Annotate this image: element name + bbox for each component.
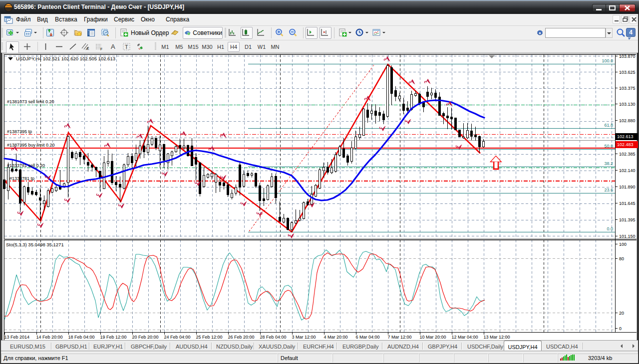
svg-text:80: 80 [619, 256, 624, 261]
svg-text:102.613: 102.613 [617, 134, 634, 139]
svg-text:103.130: 103.130 [619, 102, 636, 107]
svg-text:3 Mar 12:00: 3 Mar 12:00 [292, 335, 316, 340]
svg-text:101.645: 101.645 [619, 201, 636, 206]
svg-text:26 Feb 20:00: 26 Feb 20:00 [228, 335, 254, 340]
svg-text:T: T [125, 44, 128, 50]
svg-text:50.0: 50.0 [604, 144, 613, 149]
svg-text:24 Feb 04:00: 24 Feb 04:00 [164, 335, 190, 340]
svg-text:7 Mar 12:00: 7 Mar 12:00 [387, 335, 411, 340]
svg-text:E: E [87, 47, 89, 50]
svg-text:101.395: 101.395 [619, 217, 636, 222]
svg-text:4 Mar 20:00: 4 Mar 20:00 [323, 335, 347, 340]
svg-text:103.870: 103.870 [619, 54, 636, 59]
svg-text:101.150: 101.150 [619, 234, 636, 239]
svg-text:38.2: 38.2 [604, 161, 613, 166]
svg-text:#1381073 sell limit 0.20: #1381073 sell limit 0.20 [7, 99, 54, 104]
svg-text:20 Feb 20:00: 20 Feb 20:00 [132, 335, 158, 340]
svg-text:10 Mar 20:00: 10 Mar 20:00 [419, 335, 446, 340]
svg-text:102.483: 102.483 [617, 142, 634, 147]
svg-text:13 Mar 12:00: 13 Mar 12:00 [483, 335, 510, 340]
svg-text:102.385: 102.385 [619, 152, 636, 157]
svg-text:61.8: 61.8 [604, 123, 613, 128]
svg-text:#1333781 tp: #1333781 tp [9, 176, 34, 181]
svg-text:#1333781 sell 0.20: #1333781 sell 0.20 [7, 163, 45, 168]
svg-text:12 Mar 04:00: 12 Mar 04:00 [451, 335, 478, 340]
svg-text:19 Feb 12:00: 19 Feb 12:00 [100, 335, 126, 340]
svg-text:25 Feb 12:00: 25 Feb 12:00 [196, 335, 222, 340]
svg-text:13 Feb 2014: 13 Feb 2014 [4, 335, 29, 340]
svg-text:100: 100 [619, 242, 627, 247]
svg-text:USDJPY,H4 102.521 102.620 102: USDJPY,H4 102.521 102.620 102.505 102.61… [16, 56, 115, 61]
svg-text:6 Mar 04:00: 6 Mar 04:00 [355, 335, 379, 340]
svg-text:100.0: 100.0 [602, 58, 613, 63]
svg-text:20: 20 [619, 311, 624, 316]
svg-text:23.6: 23.6 [604, 187, 613, 192]
svg-text:103.625: 103.625 [619, 70, 636, 75]
svg-text:102.880: 102.880 [619, 118, 636, 123]
svg-text:101.890: 101.890 [619, 184, 636, 189]
svg-text:#1387395 tp: #1387395 tp [7, 129, 32, 134]
svg-text:A: A [111, 43, 115, 50]
svg-text:18 Feb 04:00: 18 Feb 04:00 [68, 335, 94, 340]
svg-text:Sto(5,3,3) 35.0498 35.1271: Sto(5,3,3) 35.0498 35.1271 [6, 242, 64, 247]
svg-text:102.140: 102.140 [619, 168, 636, 173]
svg-text:F: F [100, 47, 102, 51]
svg-text:0: 0 [619, 326, 622, 331]
svg-text:#1387395 buy limit 0.20: #1387395 buy limit 0.20 [7, 143, 55, 148]
svg-text:0.0: 0.0 [607, 226, 613, 231]
svg-text:28 Feb 04:00: 28 Feb 04:00 [260, 335, 286, 340]
svg-text:103.375: 103.375 [619, 86, 636, 91]
svg-text:14 Feb 20:00: 14 Feb 20:00 [36, 335, 62, 340]
